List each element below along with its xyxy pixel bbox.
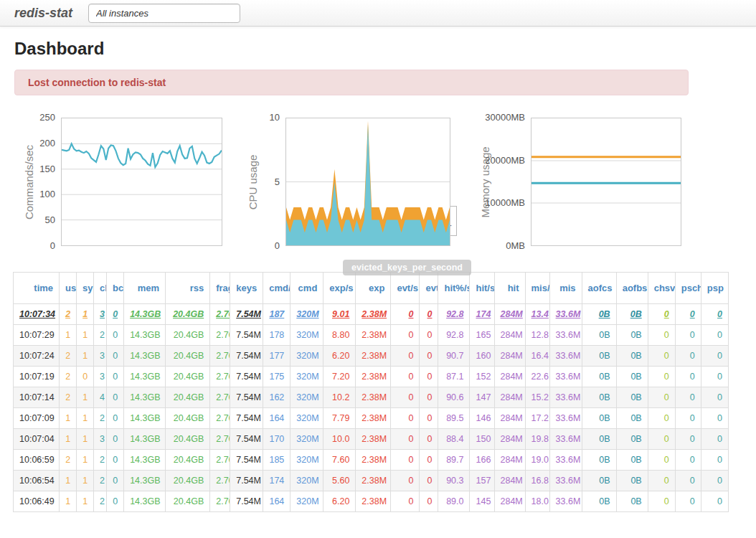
- cell-hitp_s: 90.7: [438, 346, 470, 367]
- y-tick-label: 100: [0, 189, 55, 199]
- cell-exp: 2.38M: [356, 325, 391, 346]
- cell-evt: 0: [420, 491, 438, 512]
- col-header-mis[interactable]: mis: [549, 273, 582, 304]
- live-cell-exp[interactable]: 2.38M: [356, 304, 391, 325]
- cell-aofcs: 0B: [582, 367, 616, 387]
- col-header-cmd[interactable]: cmd: [290, 273, 323, 304]
- col-header-aofcs[interactable]: aofcs: [582, 273, 616, 304]
- cell-cl: 4: [94, 387, 107, 408]
- table-row: 10:06:49112014.3GB20.4GB2.767.54M164320M…: [14, 491, 729, 512]
- cell-chsv: 0: [648, 346, 675, 367]
- col-header-psch[interactable]: psch: [675, 273, 701, 304]
- live-cell-mem[interactable]: 14.3GB: [124, 304, 166, 325]
- table-row: 10:06:54112014.3GB20.4GB2.767.54M174320M…: [14, 471, 729, 491]
- live-cell-hit_s[interactable]: 174: [470, 304, 494, 325]
- live-cell-psch[interactable]: 0: [675, 304, 701, 325]
- brand-link[interactable]: redis-stat: [14, 6, 72, 21]
- live-cell-us[interactable]: 2: [60, 304, 77, 325]
- col-header-chsv[interactable]: chsv: [648, 273, 675, 304]
- cpu-chart-svg: [286, 118, 450, 245]
- cell-frag: 2.76: [210, 346, 230, 367]
- col-header-time[interactable]: time: [14, 273, 60, 304]
- live-cell-evt[interactable]: 0: [420, 304, 438, 325]
- live-cell-keys[interactable]: 7.54M: [230, 304, 263, 325]
- col-header-hitp_s[interactable]: hit%/s: [438, 273, 470, 304]
- live-cell-hit[interactable]: 284M: [494, 304, 525, 325]
- instance-selector[interactable]: [88, 4, 240, 23]
- col-header-evt_s[interactable]: evt/s: [391, 273, 420, 304]
- live-row: 10:07:34213014.3GB20.4GB2.767.54M187320M…: [14, 304, 729, 325]
- live-cell-time[interactable]: 10:07:34: [14, 304, 60, 325]
- cell-aofbs: 0B: [616, 367, 648, 387]
- live-cell-exp_s[interactable]: 9.01: [323, 304, 356, 325]
- live-cell-chsv[interactable]: 0: [648, 304, 675, 325]
- cell-aofbs: 0B: [616, 408, 648, 429]
- cell-psp: 0: [701, 325, 728, 346]
- cell-rss: 20.4GB: [166, 408, 210, 429]
- cell-mis_s: 12.8: [525, 325, 549, 346]
- cell-mem: 14.3GB: [124, 429, 166, 450]
- col-header-evt[interactable]: evt: [420, 273, 438, 304]
- live-cell-frag[interactable]: 2.76: [210, 304, 230, 325]
- alert-message: Lost connection to redis-stat: [28, 77, 166, 88]
- cell-bcl: 0: [107, 491, 124, 512]
- col-header-frag[interactable]: frag: [210, 273, 230, 304]
- live-cell-aofcs[interactable]: 0B: [582, 304, 616, 325]
- charts-row: sys user mem rss Commands/sec05010015020…: [0, 108, 756, 272]
- col-header-hit_s[interactable]: hit/s: [470, 273, 494, 304]
- col-header-keys[interactable]: keys: [230, 273, 263, 304]
- cell-mis_s: 19.8: [525, 429, 549, 450]
- live-cell-mis_s[interactable]: 13.4: [525, 304, 549, 325]
- live-cell-cmd[interactable]: 320M: [290, 304, 323, 325]
- live-cell-psp[interactable]: 0: [701, 304, 728, 325]
- live-cell-hitp_s[interactable]: 92.8: [438, 304, 470, 325]
- col-header-aofbs[interactable]: aofbs: [616, 273, 648, 304]
- col-header-mis_s[interactable]: mis/s: [525, 273, 549, 304]
- cell-evt_s: 0: [391, 408, 420, 429]
- cell-hit: 284M: [494, 408, 525, 429]
- col-header-sy[interactable]: sy: [77, 273, 94, 304]
- cell-cmd: 320M: [290, 429, 323, 450]
- live-cell-evt_s[interactable]: 0: [391, 304, 420, 325]
- cell-mis: 33.6M: [549, 471, 582, 491]
- live-cell-sy[interactable]: 1: [77, 304, 94, 325]
- cell-cmd: 320M: [290, 471, 323, 491]
- cell-cl: 2: [94, 450, 107, 471]
- y-tick-label: 150: [0, 164, 55, 174]
- col-header-bcl[interactable]: bcl: [107, 273, 124, 304]
- col-header-exp_s[interactable]: exp/s: [323, 273, 356, 304]
- live-cell-cmd_s[interactable]: 187: [263, 304, 290, 325]
- col-header-psp[interactable]: psp: [701, 273, 728, 304]
- cell-rss: 20.4GB: [166, 367, 210, 387]
- cell-mis: 33.6M: [549, 408, 582, 429]
- y-tick-label: 10: [224, 113, 280, 123]
- cell-aofcs: 0B: [582, 325, 616, 346]
- cell-exp_s: 10.2: [323, 387, 356, 408]
- cell-aofbs: 0B: [616, 429, 648, 450]
- live-cell-cl[interactable]: 3: [94, 304, 107, 325]
- cell-keys: 7.54M: [230, 325, 263, 346]
- cell-keys: 7.54M: [230, 367, 263, 387]
- col-header-mem[interactable]: mem: [124, 273, 166, 304]
- cell-time: 10:06:54: [14, 471, 60, 491]
- col-header-cmd_s[interactable]: cmd/s: [263, 273, 290, 304]
- cell-rss: 20.4GB: [166, 325, 210, 346]
- col-header-rss[interactable]: rss: [166, 273, 210, 304]
- live-cell-rss[interactable]: 20.4GB: [166, 304, 210, 325]
- cell-mis_s: 16.8: [525, 471, 549, 491]
- live-cell-mis[interactable]: 33.6M: [549, 304, 582, 325]
- cell-mis_s: 15.2: [525, 387, 549, 408]
- col-header-cl[interactable]: cl: [94, 273, 107, 304]
- col-header-hit[interactable]: hit: [494, 273, 525, 304]
- cell-sy: 1: [77, 325, 94, 346]
- cell-time: 10:07:14: [14, 387, 60, 408]
- cell-hitp_s: 89.0: [438, 491, 470, 512]
- cell-psch: 0: [675, 367, 701, 387]
- live-cell-bcl[interactable]: 0: [107, 304, 124, 325]
- cell-mis: 33.6M: [549, 387, 582, 408]
- col-header-exp[interactable]: exp: [356, 273, 391, 304]
- page-title: Dashboard: [14, 39, 742, 59]
- cell-evt: 0: [420, 471, 438, 491]
- live-cell-aofbs[interactable]: 0B: [616, 304, 648, 325]
- col-header-us[interactable]: us: [60, 273, 77, 304]
